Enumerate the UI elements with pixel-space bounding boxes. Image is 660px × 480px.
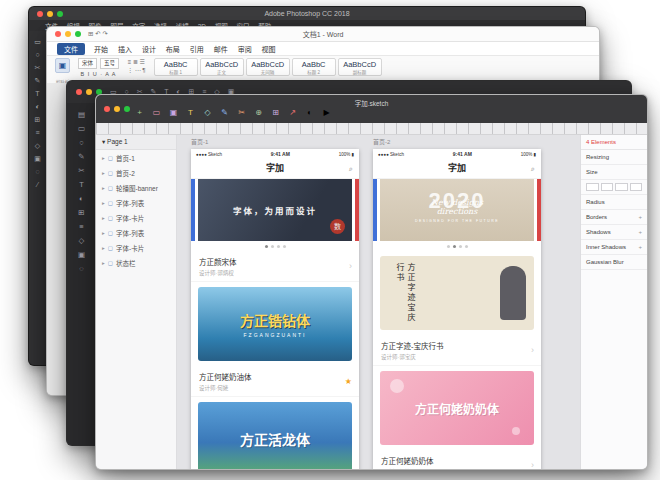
shape-icon[interactable]: ◇ (200, 108, 215, 117)
card-font-pinyin: FZGANGZUANTI (244, 332, 307, 338)
layer-icon: ▢ (108, 170, 113, 176)
font-list-item[interactable]: 方正何姥奶奶体 设计师·何姥 › (373, 450, 541, 469)
font-banner-card[interactable]: 方正何姥奶奶体 (380, 371, 534, 445)
layer-item[interactable]: ▸ ▢ 轮播图-banner (96, 180, 176, 195)
selection-count-badge: 4 Elements (581, 135, 647, 150)
inspector-section[interactable]: Gaussian Blur (581, 255, 647, 270)
paragraph-buttons[interactable]: ≡ ≣ ☰ ⋮ ⋯ ¶ (127, 58, 146, 74)
paste-icon[interactable]: ▣ (55, 58, 70, 73)
signal-carrier: ●●●● Sketch (378, 152, 404, 157)
layer-icon: ▢ (108, 185, 113, 191)
layer-icon: ▢ (108, 155, 113, 161)
style-cell[interactable]: AaBbCcD无间隔 (246, 58, 290, 76)
quick-access-icons[interactable]: ⊞ ↶ ↷ (88, 30, 108, 38)
hero-slogan: 字体，为用而设计 (233, 204, 317, 216)
layer-item[interactable]: ▸ ▢ 首页-1 (96, 150, 176, 165)
font-name: 方正颜宋体 (199, 256, 351, 267)
search-icon[interactable]: ⌕ (349, 159, 353, 178)
layer-item[interactable]: ▸ ▢ 首页-2 (96, 165, 176, 180)
sketch-canvas[interactable]: 首页-1 首页-2 WWW.XXX.NET ●●●● Sketch 9:41 A… (177, 135, 580, 469)
card-font-title: 方正何姥奶奶体 (415, 400, 499, 417)
style-cell[interactable]: AaBbCcD副标题 (338, 58, 382, 76)
font-size-select[interactable]: 五号 (100, 58, 119, 69)
page-selector[interactable]: ▾ Page 1 (96, 135, 176, 150)
artboard-icon[interactable]: ▭ (149, 108, 164, 117)
style-cell[interactable]: AaBbCcD正文 (200, 58, 244, 76)
layer-icon: ▢ (108, 215, 113, 221)
layer-label: 字体-卡片 (116, 213, 144, 223)
layer-label: 字体-列表 (116, 198, 144, 208)
ribbon-tab-list[interactable]: 开始 插入 设计 布局 引用 邮件 审阅 视图 (94, 44, 276, 54)
layer-item[interactable]: ▸ ▢ 字体-列表 (96, 195, 176, 210)
hero-carousel[interactable]: 字体，为用而设计 数 (191, 179, 359, 241)
inspector-section[interactable]: Size (581, 165, 647, 180)
hero-line2: directions (437, 207, 478, 216)
style-cell[interactable]: AaBbC标题 2 (292, 58, 336, 76)
photoshop-titlebar: Adobe Photoshop CC 2018 (29, 7, 585, 20)
layer-item[interactable]: ▸ ▢ 字体-卡片 (96, 240, 176, 255)
inspector-section[interactable]: Radius (581, 195, 647, 210)
layer-item[interactable]: ▸ ▢ 字体-列表 (96, 225, 176, 240)
ink-silhouette (500, 266, 526, 320)
inspector-section[interactable]: Shadows + (581, 225, 647, 240)
artboard-home-1[interactable]: ●●●● Sketch 9:41 AM 100% ▮ 字加 ⌕ 字体，为用而设计… (191, 149, 359, 469)
union-icon[interactable]: ⊕ (251, 108, 266, 117)
pencil-icon[interactable]: ✎ (217, 108, 232, 117)
font-banner-card[interactable]: 方正字迹宝庆行书 (380, 256, 534, 330)
inspector-section[interactable]: Resizing (581, 150, 647, 165)
add-inner-shadow-icon[interactable]: + (638, 244, 642, 250)
layer-icon: ▢ (108, 200, 113, 206)
font-name-select[interactable]: 宋体 (78, 58, 97, 69)
font-list-item[interactable]: 方正何姥奶油体 设计师·何姥 ★ (191, 366, 359, 397)
layer-icon: ▢ (108, 230, 113, 236)
artboard-label[interactable]: 首页-2 (373, 137, 390, 146)
layer-item[interactable]: ▸ ▢ 字体-卡片 (96, 210, 176, 225)
hero-carousel[interactable]: 2020 New designs directions DESIGNED FOR… (373, 179, 541, 241)
carousel-dots[interactable] (373, 241, 541, 251)
nav-bar: 字加 ⌕ (191, 159, 359, 179)
tab-file[interactable]: 文件 (57, 43, 85, 55)
group-icon[interactable]: ⊞ (268, 108, 283, 117)
chevron-icon: ▸ (102, 200, 105, 206)
dark-editor-tool-column[interactable]: ▤ ▭ ○ ✎ ✂ T ◐ ⊞ ≡ ◇ ▣ ◌ (67, 103, 96, 445)
inspector-section[interactable]: Inner Shadows + (581, 240, 647, 255)
star-icon[interactable]: ★ (345, 377, 352, 386)
nav-title: 字加 (266, 163, 284, 173)
sketch-toolbar: 字加.sketch + ▭ ▣ T ◇ ✎ ✂ ⊕ ⊞ ↗ ◐ ▶ (96, 95, 647, 123)
carousel-prev-slide (373, 179, 377, 241)
font-list-item[interactable]: 方正字迹-宝庆行书 设计师·郭宝庆 › (373, 335, 541, 366)
forward-icon[interactable]: ↗ (285, 108, 300, 117)
chevron-right-icon: › (349, 261, 352, 271)
font-designer: 设计师·郭宝庆 (381, 353, 533, 361)
battery-icon: 100% ▮ (521, 152, 536, 157)
chevron-icon: ▸ (102, 245, 105, 251)
add-border-icon[interactable]: + (638, 214, 642, 220)
chevron-icon: ▸ (102, 170, 105, 176)
photoshop-toolbar-icons[interactable]: ▭ ○ ✂ ✎ T ◐ ⊞ ≡ ◇ ▣ ◌ ⁄ (29, 31, 46, 365)
insert-icon[interactable]: + (132, 108, 147, 117)
font-list-item[interactable]: 方正颜宋体 设计师·郭炳权 › (191, 251, 359, 282)
font-banner-card[interactable]: 方正活龙体 (198, 402, 352, 469)
layer-label: 轮播图-banner (116, 183, 158, 193)
artboard-label[interactable]: 首页-1 (191, 137, 208, 146)
layer-item[interactable]: ▸ ▢ 状态栏 (96, 255, 176, 270)
artboard-home-2[interactable]: ●●●● Sketch 9:41 AM 100% ▮ 字加 ⌕ 2020 New… (373, 149, 541, 469)
font-format-buttons[interactable]: B I U · A A (80, 71, 116, 77)
font-banner-card[interactable]: 方正锆钻体 FZGANGZUANTI (198, 287, 352, 361)
mirror-icon[interactable]: ◐ (302, 108, 317, 117)
scissors-icon[interactable]: ✂ (234, 108, 249, 117)
preview-icon[interactable]: ▶ (319, 108, 334, 117)
image-icon[interactable]: ▣ (166, 108, 181, 117)
add-shadow-icon[interactable]: + (638, 229, 642, 235)
status-time: 9:41 AM (453, 151, 472, 157)
search-icon[interactable]: ⌕ (531, 159, 535, 178)
carousel-prev-slide (191, 179, 195, 241)
chevron-icon: ▸ (102, 260, 105, 266)
sketch-layer-sidebar: ▾ Page 1 ▸ ▢ 首页-1 ▸ ▢ 首页-2 ▸ ▢ 轮播图-banne… (96, 135, 177, 469)
carousel-dots[interactable] (191, 241, 359, 251)
size-fields[interactable] (581, 180, 647, 195)
layer-label: 首页-2 (116, 168, 135, 178)
text-icon[interactable]: T (183, 108, 198, 117)
inspector-section[interactable]: Borders + (581, 210, 647, 225)
style-cell[interactable]: AaBbC标题 1 (154, 58, 198, 76)
